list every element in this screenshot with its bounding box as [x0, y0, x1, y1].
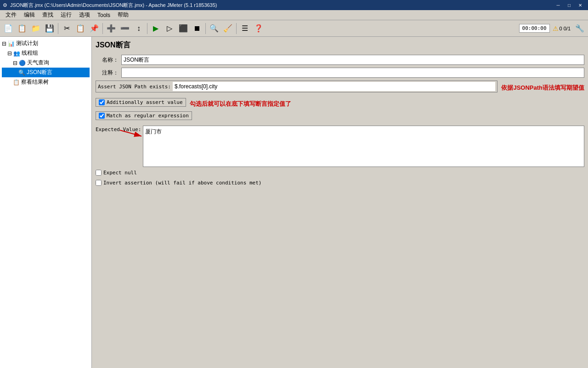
stop-button[interactable]: ⬛	[177, 22, 190, 35]
list-button[interactable]: ☰	[238, 22, 251, 35]
comment-row: 注释：	[96, 68, 584, 78]
name-row: 名称：	[96, 55, 584, 65]
invert-assertion-checkbox[interactable]	[96, 180, 102, 186]
sep2	[102, 23, 103, 34]
expect-null-label: Expect null	[103, 170, 137, 176]
clear-button[interactable]: 🧹	[221, 22, 234, 35]
menu-find[interactable]: 查找	[39, 10, 57, 20]
toolbar-extra-button[interactable]: 🔧	[573, 22, 586, 35]
invert-assertion-label: Invert assertion (will fail if above con…	[103, 180, 261, 186]
save-button[interactable]: 💾	[43, 22, 56, 35]
menu-options[interactable]: 选项	[75, 10, 94, 20]
paste-button[interactable]: 📌	[88, 22, 101, 35]
sep1	[58, 23, 58, 34]
weather-icon: 🔵	[19, 60, 26, 66]
toggle-button[interactable]: ↕	[132, 22, 145, 35]
expect-null-row: Expect null	[96, 170, 137, 176]
assert-path-input[interactable]	[173, 82, 495, 91]
match-regex-checkbox[interactable]	[99, 113, 105, 119]
expected-value-section: Expected Value: 厦门市	[96, 126, 584, 167]
json-assertion-icon: 🔍	[18, 69, 25, 76]
tree-item-thread-group[interactable]: ⊟ 👥 线程组	[2, 48, 90, 58]
tree-label-result-tree: 察看结果树	[21, 78, 49, 86]
comment-label: 注释：	[96, 69, 119, 77]
collapse-button[interactable]: ➖	[119, 22, 131, 35]
menu-edit[interactable]: 编辑	[20, 10, 39, 20]
tree-label-json-assertion: JSON断言	[27, 69, 52, 76]
tree-panel: ⊟ 📊 测试计划 ⊟ 👥 线程组 ⊟ 🔵 天气查询 🔍 JSON断言 📋 察看结…	[0, 37, 92, 368]
tree-label-weather: 天气查询	[27, 59, 49, 67]
expand-icon-thread-group: ⊟	[7, 50, 12, 57]
help-toolbar-button[interactable]: ❓	[252, 22, 265, 35]
tree-item-result-tree[interactable]: 📋 察看结果树	[2, 77, 90, 87]
match-regex-label: Match as regular expression	[107, 113, 189, 119]
toolbar-right: 00:00:00 ⚠ 0 0/1 🔧	[519, 22, 586, 35]
menu-run[interactable]: 运行	[57, 10, 75, 20]
assert-path-label: Assert JSON Path exists:	[98, 84, 171, 90]
arrow-annotation	[118, 128, 145, 142]
invert-assertion-row: Invert assertion (will fail if above con…	[96, 180, 261, 186]
tree-item-weather-query[interactable]: ⊟ 🔵 天气查询	[2, 58, 90, 68]
comment-input[interactable]	[121, 68, 584, 78]
assertion-panel: JSON断言 名称： 注释： Assert JSON Path exists: …	[96, 40, 584, 187]
app-icon: ⚙	[3, 2, 7, 8]
tree-label-thread-group: 线程组	[22, 49, 38, 57]
titlebar-text: JSON断言.jmx (C:\Users\Admin\Documents\JSO…	[10, 2, 217, 9]
templates-button[interactable]: 📋	[16, 22, 28, 35]
run-button[interactable]: ▶	[149, 22, 162, 35]
panel-title: JSON断言	[96, 40, 584, 50]
cut-button[interactable]: ✂	[60, 22, 73, 35]
menu-tools[interactable]: Tools	[94, 11, 114, 19]
main-container: ⊟ 📊 测试计划 ⊟ 👥 线程组 ⊟ 🔵 天气查询 🔍 JSON断言 📋 察看结…	[0, 37, 588, 368]
toolbar: 📄 📋 📁 💾 ✂ 📋 📌 ➕ ➖ ↕ ▶ ▷ ⬛ ⏹ 🔍 🧹 ☰ ❓ 00:0…	[0, 20, 588, 37]
titlebar: ⚙ JSON断言.jmx (C:\Users\Admin\Documents\J…	[0, 0, 588, 10]
test-plan-icon: 📊	[8, 40, 15, 47]
expand-icon-test-plan: ⊟	[2, 40, 6, 47]
additionally-assert-checkbox[interactable]	[99, 99, 105, 105]
sep4	[205, 23, 206, 34]
thread-group-icon: 👥	[13, 50, 20, 57]
titlebar-title: ⚙ JSON断言.jmx (C:\Users\Admin\Documents\J…	[3, 2, 217, 9]
minimize-button[interactable]: ─	[553, 1, 563, 9]
expect-null-checkbox[interactable]	[96, 170, 102, 176]
titlebar-controls: ─ □ ✕	[553, 1, 585, 9]
warn-count: 0 0/1	[560, 26, 571, 31]
name-label: 名称：	[96, 56, 119, 64]
assert-path-row: Assert JSON Path exists:	[96, 80, 498, 92]
tree-label-test-plan: 测试计划	[16, 40, 38, 47]
open-button[interactable]: 📁	[29, 22, 42, 35]
expand-button[interactable]: ➕	[105, 22, 118, 35]
menu-help[interactable]: 帮助	[114, 10, 132, 20]
additionally-assert-label: Additionally assert value	[107, 99, 183, 105]
result-tree-icon: 📋	[13, 79, 20, 86]
close-button[interactable]: ✕	[575, 1, 585, 9]
svg-line-1	[120, 130, 141, 136]
search-button[interactable]: 🔍	[208, 22, 220, 35]
warn-icon: ⚠	[553, 25, 559, 32]
copy-button[interactable]: 📋	[74, 22, 87, 35]
shutdown-button[interactable]: ⏹	[191, 22, 204, 35]
menubar: 文件 编辑 查找 运行 选项 Tools 帮助	[0, 10, 588, 20]
menu-file[interactable]: 文件	[2, 10, 20, 20]
match-regex-row: Match as regular expression	[96, 111, 192, 120]
warn-display: ⚠ 0 0/1	[553, 25, 571, 32]
run-noclear-button[interactable]: ▷	[163, 22, 176, 35]
additionally-assert-row: Additionally assert value	[96, 98, 186, 107]
sep3	[147, 23, 147, 34]
new-button[interactable]: 📄	[2, 22, 15, 35]
sep5	[236, 23, 237, 34]
name-input[interactable]	[121, 55, 584, 65]
tree-item-json-assertion[interactable]: 🔍 JSON断言	[2, 68, 90, 77]
content-panel: JSON断言 名称： 注释： Assert JSON Path exists: …	[92, 37, 588, 368]
timer-display: 00:00:00	[519, 24, 550, 33]
additionally-annotation: 勾选后就可以在底下填写断言指定值了	[190, 100, 291, 108]
tree-item-test-plan[interactable]: ⊟ 📊 测试计划	[2, 39, 90, 48]
assert-path-annotation: 依据JSONPath语法填写期望值	[501, 84, 584, 92]
expand-icon-weather: ⊟	[13, 60, 17, 66]
expected-value-textarea[interactable]: 厦门市	[143, 126, 584, 167]
restore-button[interactable]: □	[564, 1, 574, 9]
